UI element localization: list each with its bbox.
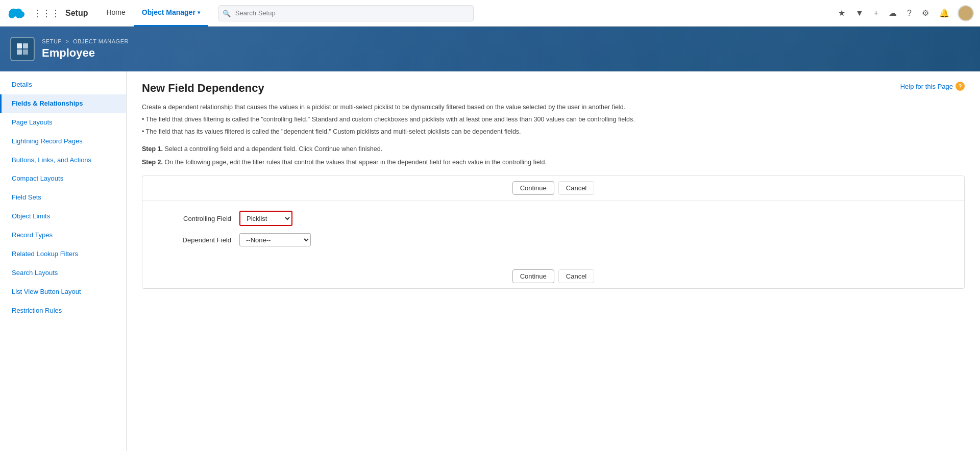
sidebar-item-field-sets[interactable]: Field Sets [0, 188, 126, 207]
search-area: 🔍 [218, 5, 474, 21]
sidebar-item-lightning-record-pages[interactable]: Lightning Record Pages [0, 132, 126, 151]
sidebar-item-buttons-links-actions[interactable]: Buttons, Links, and Actions [0, 151, 126, 170]
sidebar-item-page-layouts[interactable]: Page Layouts [0, 113, 126, 132]
controlling-field-highlight: Picklist [239, 211, 292, 226]
svg-rect-9 [23, 49, 28, 55]
star-icon[interactable]: ★ [836, 6, 847, 20]
object-icon [15, 42, 30, 56]
page-header-title: Employee [42, 46, 129, 60]
top-nav-links: Home Object Manager ▾ [98, 0, 208, 27]
add-icon[interactable]: + [872, 7, 880, 20]
search-icon: 🔍 [223, 9, 231, 17]
setup-label: Setup [65, 9, 88, 18]
question-icon[interactable]: ? [905, 7, 914, 20]
sidebar-item-list-view-button-layout[interactable]: List View Button Layout [0, 283, 126, 302]
continue-button-top[interactable]: Continue [512, 181, 554, 195]
content-inner: New Field Dependency Help for this Page … [127, 71, 980, 304]
description-bullet-1: • The field that drives filtering is cal… [142, 114, 965, 124]
nav-home[interactable]: Home [98, 0, 133, 27]
form-fields: Controlling Field Picklist Dependent Fie… [142, 201, 964, 264]
dropdown-icon[interactable]: ▼ [853, 7, 866, 20]
breadcrumb-separator: > [66, 38, 69, 44]
sidebar-item-details[interactable]: Details [0, 76, 126, 94]
controlling-field-row: Controlling Field Picklist [158, 211, 949, 226]
dependent-field-control: --None-- [239, 233, 311, 246]
header-breadcrumb: SETUP > OBJECT MANAGER Employee [42, 38, 129, 60]
breadcrumb-object-manager[interactable]: OBJECT MANAGER [73, 38, 129, 44]
header-icon-box [10, 37, 35, 61]
top-nav-right-icons: ★ ▼ + ☁ ? ⚙ 🔔 [836, 5, 974, 21]
svg-text:☁: ☁ [13, 14, 17, 18]
sidebar-item-compact-layouts[interactable]: Compact Layouts [0, 169, 126, 188]
grid-icon[interactable]: ⋮⋮⋮ [33, 8, 60, 19]
continue-button-bottom[interactable]: Continue [512, 269, 554, 283]
step2-block: Step 2. On the following page, edit the … [142, 157, 965, 167]
page-title: New Field Dependency [142, 82, 264, 95]
gear-icon[interactable]: ⚙ [920, 6, 931, 20]
avatar[interactable] [958, 5, 974, 21]
svg-rect-7 [23, 43, 28, 48]
sidebar-item-related-lookup-filters[interactable]: Related Lookup Filters [0, 245, 126, 264]
step2-label: Step 2. [142, 159, 163, 166]
form-top-buttons: Continue Cancel [142, 176, 964, 201]
form-panel: Continue Cancel Controlling Field Pickli… [142, 176, 965, 289]
controlling-field-control: Picklist [239, 211, 292, 226]
cancel-button-bottom[interactable]: Cancel [558, 269, 594, 283]
description-block: Create a dependent relationship that cau… [142, 102, 965, 137]
search-input[interactable] [218, 5, 474, 21]
breadcrumb: SETUP > OBJECT MANAGER [42, 38, 129, 44]
description-bullet-2: • The field that has its values filtered… [142, 127, 965, 137]
form-bottom-buttons: Continue Cancel [142, 264, 964, 288]
step1-block: Step 1. Select a controlling field and a… [142, 144, 965, 154]
nav-object-manager[interactable]: Object Manager ▾ [134, 0, 208, 27]
controlling-field-select[interactable]: Picklist [240, 212, 291, 225]
cancel-button-top[interactable]: Cancel [558, 181, 594, 195]
sidebar-item-record-types[interactable]: Record Types [0, 226, 126, 245]
top-navigation: ☁ ⋮⋮⋮ Setup Home Object Manager ▾ 🔍 ★ ▼ … [0, 0, 980, 27]
cloud-icon[interactable]: ☁ [887, 6, 899, 20]
svg-rect-8 [17, 49, 22, 55]
sidebar-item-object-limits[interactable]: Object Limits [0, 207, 126, 226]
main-area: Details Fields & Relationships Page Layo… [0, 71, 980, 451]
dependent-field-label: Dependent Field [158, 236, 239, 244]
sidebar-nav: Details Fields & Relationships Page Layo… [0, 71, 126, 324]
step1-text: Select a controlling field and a depende… [164, 145, 382, 153]
dependent-field-row: Dependent Field --None-- [158, 233, 949, 246]
description-main: Create a dependent relationship that cau… [142, 102, 965, 112]
step1-label: Step 1. [142, 145, 163, 153]
sidebar-item-search-layouts[interactable]: Search Layouts [0, 264, 126, 283]
sidebar-item-restriction-rules[interactable]: Restriction Rules [0, 302, 126, 320]
bell-icon[interactable]: 🔔 [937, 6, 951, 20]
dependent-field-select[interactable]: --None-- [239, 233, 311, 246]
salesforce-logo[interactable]: ☁ [6, 3, 27, 23]
object-manager-chevron-icon: ▾ [198, 10, 200, 15]
sidebar: Details Fields & Relationships Page Layo… [0, 71, 127, 451]
sidebar-item-fields-relationships[interactable]: Fields & Relationships [0, 94, 126, 113]
controlling-field-label: Controlling Field [158, 215, 239, 222]
svg-rect-6 [17, 43, 22, 48]
help-icon: ? [955, 82, 965, 91]
step2-text: On the following page, edit the filter r… [164, 159, 546, 166]
help-link[interactable]: Help for this Page ? [900, 82, 965, 91]
content-area: New Field Dependency Help for this Page … [127, 71, 980, 451]
header-band: SETUP > OBJECT MANAGER Employee [0, 27, 980, 71]
page-title-row: New Field Dependency Help for this Page … [142, 82, 965, 95]
breadcrumb-setup[interactable]: SETUP [42, 38, 62, 44]
